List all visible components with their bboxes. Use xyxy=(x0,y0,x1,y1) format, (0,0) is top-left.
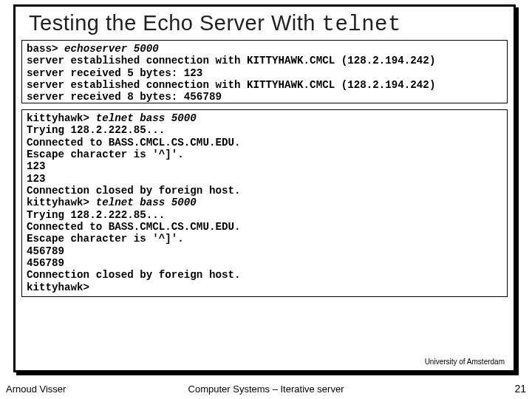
client-line-15: kittyhawk> xyxy=(27,282,89,293)
footer-page-number: 21 xyxy=(514,383,526,395)
server-line-2: server established connection with KITTY… xyxy=(27,55,435,66)
server-line-3: server received 5 bytes: 123 xyxy=(27,67,202,79)
server-output-box: bass> echoserver 5000 server established… xyxy=(21,40,508,103)
client-line-5: 123 xyxy=(27,160,46,172)
client-line-10: Connected to BASS.CMCL.CS.CMU.EDU. xyxy=(27,221,240,233)
client-cmd-2: telnet bass 5000 xyxy=(96,197,197,208)
title-text: Testing the Echo Server With xyxy=(29,11,322,35)
title-mono: telnet xyxy=(322,13,401,37)
attribution-text: University of Amsterdam xyxy=(425,358,505,366)
client-line-13: 456789 xyxy=(27,257,64,269)
client-prompt-2: kittyhawk> xyxy=(27,197,96,208)
slide-frame: Testing the Echo Server With telnet bass… xyxy=(13,4,516,372)
server-line-5: server received 8 bytes: 456789 xyxy=(27,91,222,103)
footer-title: Computer Systems – Iterative server xyxy=(0,383,532,395)
client-line-6: 123 xyxy=(27,173,46,185)
client-line-2: Trying 128.2.222.85... xyxy=(27,124,165,136)
client-line-14: Connection closed by foreign host. xyxy=(27,269,240,281)
client-line-4: Escape character is '^]'. xyxy=(27,149,184,160)
client-cmd-1: telnet bass 5000 xyxy=(96,112,197,124)
server-cmd-1: echoserver 5000 xyxy=(64,43,159,55)
slide-title: Testing the Echo Server With telnet xyxy=(16,7,514,40)
server-prompt-1: bass> xyxy=(27,43,64,55)
client-line-7: Connection closed by foreign host. xyxy=(27,185,240,197)
client-line-12: 456789 xyxy=(27,245,64,257)
client-line-11: Escape character is '^]'. xyxy=(27,233,184,245)
server-line-4: server established connection with KITTY… xyxy=(27,79,435,91)
client-prompt-1: kittyhawk> xyxy=(27,112,96,124)
client-line-3: Connected to BASS.CMCL.CS.CMU.EDU. xyxy=(27,137,240,149)
client-line-9: Trying 128.2.222.85... xyxy=(27,209,165,221)
client-output-box: kittyhawk> telnet bass 5000 Trying 128.2… xyxy=(21,109,508,297)
